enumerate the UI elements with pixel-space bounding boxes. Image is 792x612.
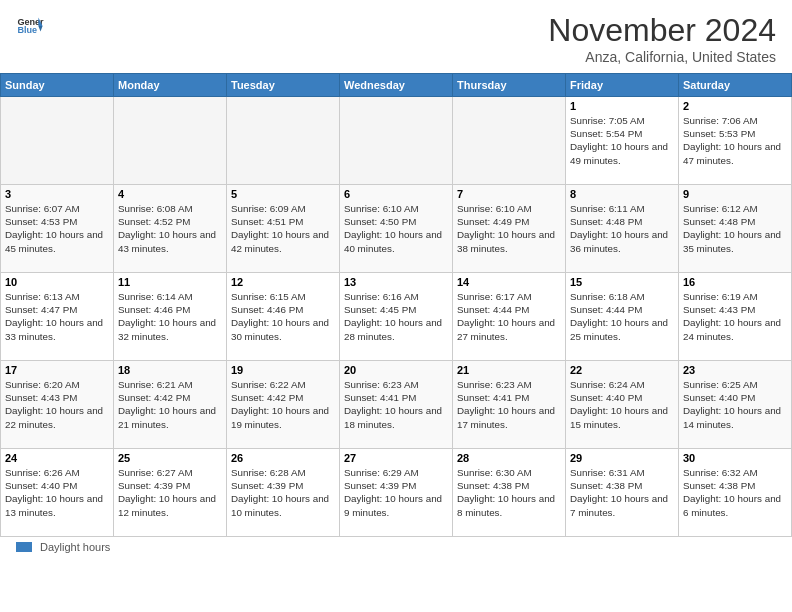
table-row: 24 Sunrise: 6:26 AM Sunset: 4:40 PM Dayl…: [1, 449, 114, 537]
title-block: November 2024 Anza, California, United S…: [548, 12, 776, 65]
day-number: 3: [5, 188, 109, 200]
day-number: 12: [231, 276, 335, 288]
day-number: 30: [683, 452, 787, 464]
day-info: Sunrise: 6:21 AM Sunset: 4:42 PM Dayligh…: [118, 378, 222, 431]
col-monday: Monday: [114, 74, 227, 97]
day-info: Sunrise: 6:07 AM Sunset: 4:53 PM Dayligh…: [5, 202, 109, 255]
day-number: 17: [5, 364, 109, 376]
table-row: 9 Sunrise: 6:12 AM Sunset: 4:48 PM Dayli…: [679, 185, 792, 273]
logo: General Blue: [16, 12, 44, 40]
day-info: Sunrise: 6:19 AM Sunset: 4:43 PM Dayligh…: [683, 290, 787, 343]
table-row: 18 Sunrise: 6:21 AM Sunset: 4:42 PM Dayl…: [114, 361, 227, 449]
table-row: 16 Sunrise: 6:19 AM Sunset: 4:43 PM Dayl…: [679, 273, 792, 361]
day-info: Sunrise: 6:15 AM Sunset: 4:46 PM Dayligh…: [231, 290, 335, 343]
day-number: 1: [570, 100, 674, 112]
calendar-week-row: 1 Sunrise: 7:05 AM Sunset: 5:54 PM Dayli…: [1, 97, 792, 185]
table-row: [340, 97, 453, 185]
table-row: 7 Sunrise: 6:10 AM Sunset: 4:49 PM Dayli…: [453, 185, 566, 273]
day-number: 19: [231, 364, 335, 376]
day-number: 9: [683, 188, 787, 200]
svg-text:Blue: Blue: [17, 25, 37, 35]
table-row: 29 Sunrise: 6:31 AM Sunset: 4:38 PM Dayl…: [566, 449, 679, 537]
col-tuesday: Tuesday: [227, 74, 340, 97]
day-info: Sunrise: 7:06 AM Sunset: 5:53 PM Dayligh…: [683, 114, 787, 167]
table-row: 12 Sunrise: 6:15 AM Sunset: 4:46 PM Dayl…: [227, 273, 340, 361]
table-row: 13 Sunrise: 6:16 AM Sunset: 4:45 PM Dayl…: [340, 273, 453, 361]
day-number: 6: [344, 188, 448, 200]
location-title: Anza, California, United States: [548, 49, 776, 65]
day-info: Sunrise: 6:18 AM Sunset: 4:44 PM Dayligh…: [570, 290, 674, 343]
calendar-week-row: 3 Sunrise: 6:07 AM Sunset: 4:53 PM Dayli…: [1, 185, 792, 273]
day-info: Sunrise: 6:11 AM Sunset: 4:48 PM Dayligh…: [570, 202, 674, 255]
table-row: 3 Sunrise: 6:07 AM Sunset: 4:53 PM Dayli…: [1, 185, 114, 273]
calendar-table: Sunday Monday Tuesday Wednesday Thursday…: [0, 73, 792, 537]
table-row: 26 Sunrise: 6:28 AM Sunset: 4:39 PM Dayl…: [227, 449, 340, 537]
day-info: Sunrise: 6:27 AM Sunset: 4:39 PM Dayligh…: [118, 466, 222, 519]
day-number: 7: [457, 188, 561, 200]
col-sunday: Sunday: [1, 74, 114, 97]
month-title: November 2024: [548, 12, 776, 49]
day-info: Sunrise: 6:25 AM Sunset: 4:40 PM Dayligh…: [683, 378, 787, 431]
day-info: Sunrise: 6:13 AM Sunset: 4:47 PM Dayligh…: [5, 290, 109, 343]
calendar-header-row: Sunday Monday Tuesday Wednesday Thursday…: [1, 74, 792, 97]
table-row: [227, 97, 340, 185]
day-info: Sunrise: 6:14 AM Sunset: 4:46 PM Dayligh…: [118, 290, 222, 343]
col-friday: Friday: [566, 74, 679, 97]
table-row: [453, 97, 566, 185]
day-info: Sunrise: 6:16 AM Sunset: 4:45 PM Dayligh…: [344, 290, 448, 343]
col-saturday: Saturday: [679, 74, 792, 97]
col-thursday: Thursday: [453, 74, 566, 97]
table-row: 8 Sunrise: 6:11 AM Sunset: 4:48 PM Dayli…: [566, 185, 679, 273]
day-number: 25: [118, 452, 222, 464]
day-info: Sunrise: 6:30 AM Sunset: 4:38 PM Dayligh…: [457, 466, 561, 519]
table-row: 14 Sunrise: 6:17 AM Sunset: 4:44 PM Dayl…: [453, 273, 566, 361]
table-row: 19 Sunrise: 6:22 AM Sunset: 4:42 PM Dayl…: [227, 361, 340, 449]
legend: Daylight hours: [0, 537, 792, 557]
calendar-week-row: 24 Sunrise: 6:26 AM Sunset: 4:40 PM Dayl…: [1, 449, 792, 537]
table-row: 22 Sunrise: 6:24 AM Sunset: 4:40 PM Dayl…: [566, 361, 679, 449]
day-number: 15: [570, 276, 674, 288]
calendar-week-row: 10 Sunrise: 6:13 AM Sunset: 4:47 PM Dayl…: [1, 273, 792, 361]
day-info: Sunrise: 6:32 AM Sunset: 4:38 PM Dayligh…: [683, 466, 787, 519]
table-row: 21 Sunrise: 6:23 AM Sunset: 4:41 PM Dayl…: [453, 361, 566, 449]
table-row: 2 Sunrise: 7:06 AM Sunset: 5:53 PM Dayli…: [679, 97, 792, 185]
table-row: 27 Sunrise: 6:29 AM Sunset: 4:39 PM Dayl…: [340, 449, 453, 537]
day-number: 22: [570, 364, 674, 376]
day-number: 24: [5, 452, 109, 464]
day-info: Sunrise: 7:05 AM Sunset: 5:54 PM Dayligh…: [570, 114, 674, 167]
day-info: Sunrise: 6:17 AM Sunset: 4:44 PM Dayligh…: [457, 290, 561, 343]
table-row: 4 Sunrise: 6:08 AM Sunset: 4:52 PM Dayli…: [114, 185, 227, 273]
day-number: 21: [457, 364, 561, 376]
table-row: 11 Sunrise: 6:14 AM Sunset: 4:46 PM Dayl…: [114, 273, 227, 361]
day-info: Sunrise: 6:29 AM Sunset: 4:39 PM Dayligh…: [344, 466, 448, 519]
day-number: 28: [457, 452, 561, 464]
table-row: [114, 97, 227, 185]
table-row: 20 Sunrise: 6:23 AM Sunset: 4:41 PM Dayl…: [340, 361, 453, 449]
table-row: [1, 97, 114, 185]
day-info: Sunrise: 6:10 AM Sunset: 4:50 PM Dayligh…: [344, 202, 448, 255]
legend-label: Daylight hours: [40, 541, 110, 553]
table-row: 6 Sunrise: 6:10 AM Sunset: 4:50 PM Dayli…: [340, 185, 453, 273]
day-number: 18: [118, 364, 222, 376]
day-info: Sunrise: 6:12 AM Sunset: 4:48 PM Dayligh…: [683, 202, 787, 255]
day-number: 13: [344, 276, 448, 288]
day-number: 14: [457, 276, 561, 288]
day-info: Sunrise: 6:28 AM Sunset: 4:39 PM Dayligh…: [231, 466, 335, 519]
day-number: 29: [570, 452, 674, 464]
table-row: 23 Sunrise: 6:25 AM Sunset: 4:40 PM Dayl…: [679, 361, 792, 449]
table-row: 28 Sunrise: 6:30 AM Sunset: 4:38 PM Dayl…: [453, 449, 566, 537]
table-row: 10 Sunrise: 6:13 AM Sunset: 4:47 PM Dayl…: [1, 273, 114, 361]
col-wednesday: Wednesday: [340, 74, 453, 97]
logo-icon: General Blue: [16, 12, 44, 40]
day-info: Sunrise: 6:23 AM Sunset: 4:41 PM Dayligh…: [457, 378, 561, 431]
table-row: 5 Sunrise: 6:09 AM Sunset: 4:51 PM Dayli…: [227, 185, 340, 273]
svg-marker-3: [38, 26, 42, 32]
day-info: Sunrise: 6:10 AM Sunset: 4:49 PM Dayligh…: [457, 202, 561, 255]
day-number: 26: [231, 452, 335, 464]
day-info: Sunrise: 6:26 AM Sunset: 4:40 PM Dayligh…: [5, 466, 109, 519]
day-info: Sunrise: 6:08 AM Sunset: 4:52 PM Dayligh…: [118, 202, 222, 255]
day-info: Sunrise: 6:20 AM Sunset: 4:43 PM Dayligh…: [5, 378, 109, 431]
day-info: Sunrise: 6:09 AM Sunset: 4:51 PM Dayligh…: [231, 202, 335, 255]
day-number: 5: [231, 188, 335, 200]
table-row: 17 Sunrise: 6:20 AM Sunset: 4:43 PM Dayl…: [1, 361, 114, 449]
